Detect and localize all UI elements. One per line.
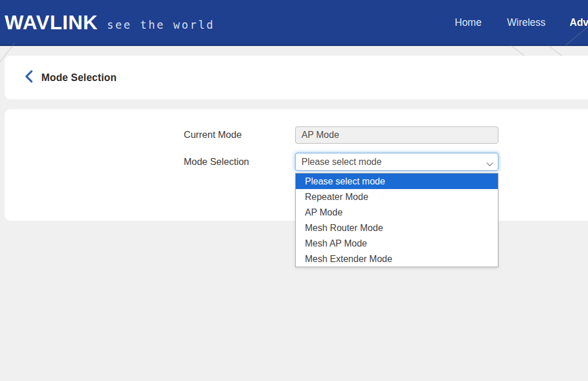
dropdown-option-mesh-ap-mode[interactable]: Mesh AP Mode bbox=[296, 236, 498, 251]
current-mode-input bbox=[295, 126, 498, 144]
dropdown-option-mesh-extender-mode[interactable]: Mesh Extender Mode bbox=[296, 251, 498, 267]
top-navbar: WAVLINK see the world Home Wireless Adva… bbox=[0, 0, 588, 46]
chevron-left-icon bbox=[25, 70, 33, 85]
current-mode-label: Current Mode bbox=[184, 129, 242, 140]
nav-item-wireless[interactable]: Wireless bbox=[507, 0, 546, 45]
brand-tagline: see the world bbox=[107, 18, 215, 31]
page: WAVLINK see the world Home Wireless Adva… bbox=[0, 0, 588, 381]
brand: WAVLINK see the world bbox=[5, 0, 215, 45]
mode-selection-select[interactable]: Please select mode bbox=[295, 153, 498, 171]
mode-selection-label: Mode Selection bbox=[184, 156, 249, 167]
back-button[interactable] bbox=[18, 56, 39, 99]
select-value: Please select mode bbox=[301, 157, 382, 167]
dropdown-option-repeater-mode[interactable]: Repeater Mode bbox=[296, 189, 498, 205]
dropdown-option-ap-mode[interactable]: AP Mode bbox=[296, 205, 498, 220]
chevron-down-icon bbox=[486, 159, 493, 169]
dropdown-option-please-select-mode[interactable]: Please select mode bbox=[296, 174, 498, 189]
title-bar-card: Mode Selection bbox=[5, 56, 588, 99]
mode-select-dropdown: Please select mode Repeater Mode AP Mode… bbox=[295, 173, 498, 267]
wavlink-logo: WAVLINK bbox=[5, 11, 98, 34]
page-title: Mode Selection bbox=[41, 72, 117, 84]
nav-item-advanced[interactable]: Advanced bbox=[570, 0, 588, 45]
dropdown-option-mesh-router-mode[interactable]: Mesh Router Mode bbox=[296, 220, 498, 236]
nav-item-home[interactable]: Home bbox=[455, 0, 482, 45]
